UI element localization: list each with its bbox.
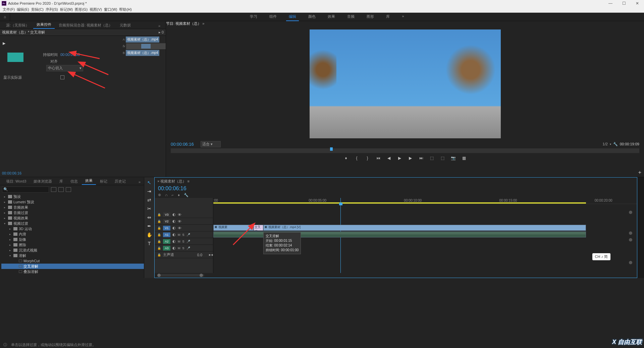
voice-icon[interactable]: 🎤 — [186, 240, 190, 243]
tab-library[interactable]: 库 — [56, 178, 66, 185]
slip-tool[interactable]: ⇔ — [147, 215, 151, 220]
home-button[interactable]: ⌂ — [0, 13, 10, 21]
linked-selection-icon[interactable]: ∩ — [165, 193, 168, 197]
maximize-button[interactable]: ☐ — [617, 1, 631, 6]
duration-value[interactable]: 00:00:01:00 — [60, 53, 80, 57]
disclosure-icon[interactable]: ▸ — [9, 233, 12, 236]
disclosure-icon[interactable]: ▾ — [4, 222, 7, 225]
menu-mark[interactable]: 标记(M) — [60, 7, 73, 12]
menu-graphics[interactable]: 图形(G) — [75, 7, 88, 12]
workspace-audio[interactable]: 音频 — [344, 13, 357, 21]
disclosure-icon[interactable]: ▸ — [4, 211, 7, 214]
folder-item[interactable]: ▸视频效果 — [1, 215, 144, 221]
effect-controls-timecode[interactable]: 00:00:06:16 — [0, 170, 166, 177]
menu-window[interactable]: 窗口(W) — [104, 7, 117, 12]
ime-badge[interactable]: CH ♪ 简 — [592, 253, 611, 260]
pen-tool[interactable]: ✒ — [147, 223, 151, 229]
tab-metadata[interactable]: 元数据 — [116, 22, 134, 29]
menu-edit[interactable]: 编辑(E) — [17, 7, 29, 12]
effect-item[interactable]: 叠加溶解 — [1, 269, 144, 274]
tab-project[interactable]: 项目: Word3 — [3, 178, 30, 185]
lock-icon[interactable]: 🔒 — [157, 253, 161, 257]
workspace-graphics[interactable]: 图形 — [364, 13, 377, 21]
timeline-zoom-slider[interactable] — [157, 274, 204, 277]
menu-view[interactable]: 视图(V) — [90, 7, 102, 12]
track-option-icon[interactable] — [629, 238, 632, 241]
play-triangle-icon[interactable]: ▶ — [3, 41, 5, 46]
program-scrubbar[interactable] — [171, 148, 639, 153]
program-timecode[interactable]: 00:00:06:16 — [171, 142, 194, 147]
folder-item[interactable]: ▾视频过渡 — [1, 221, 144, 226]
timeline-tab[interactable]: × 视频素材（总） ≡ — [157, 179, 190, 184]
wrench-icon[interactable]: 🔧 — [613, 142, 618, 146]
disclosure-icon[interactable]: ▸ — [9, 243, 12, 247]
align-dropdown[interactable]: 中心切入▾ — [46, 65, 83, 71]
mini-transition[interactable] — [126, 43, 166, 49]
fx-filter-32-icon[interactable] — [58, 187, 64, 192]
mute-button[interactable]: M — [178, 240, 180, 243]
snapshot-icon[interactable]: ❊ — [158, 193, 161, 197]
track-option-icon[interactable] — [629, 231, 632, 235]
goto-out-button[interactable]: ⏭ — [419, 156, 424, 160]
fx-filter-yuv-icon[interactable] — [66, 187, 71, 192]
track-select-tool[interactable]: ⇥ — [147, 189, 151, 194]
folder-item[interactable]: ▸Lumetri 预设 — [1, 199, 144, 205]
step-forward-button[interactable]: ▶ — [408, 156, 413, 160]
lock-icon[interactable]: 🔒 — [157, 226, 161, 230]
track-option-icon[interactable] — [629, 261, 632, 264]
workspace-color[interactable]: 颜色 — [306, 13, 318, 21]
disclosure-icon[interactable]: ▸ — [4, 206, 7, 209]
goto-in-button[interactable]: ⏮ — [376, 156, 381, 160]
timeline-track-area[interactable]: :0000:00:05:0000:00:10:0000:00:15:0000:0… — [213, 198, 637, 273]
mini-clip-a[interactable]: 视频素材（总）.mp4 — [126, 37, 159, 43]
disclosure-icon[interactable]: ▸ — [9, 227, 12, 230]
track-option-icon[interactable] — [629, 211, 632, 214]
menu-file[interactable]: 文件(F) — [3, 7, 15, 12]
track-label-a2[interactable]: A2 — [163, 239, 170, 244]
disclosure-icon[interactable]: ▸ — [4, 217, 7, 220]
program-fit-dropdown[interactable]: 适合 ▾ — [201, 141, 221, 147]
tab-effect-controls[interactable]: 效果控件 — [33, 21, 55, 29]
snap-icon[interactable]: ⌐ — [172, 193, 174, 197]
toggle-output-icon[interactable]: ◐ — [172, 239, 176, 243]
folder-item[interactable]: ▸内滑 — [1, 231, 144, 237]
tab-audio-clip-mixer[interactable]: 音频剪辑混合器: 视频素材（总） — [55, 22, 116, 29]
extract-button[interactable]: ⬚ — [440, 156, 445, 160]
folder-item[interactable]: ▸音频效果 — [1, 205, 144, 210]
menu-clip[interactable]: 剪辑(C) — [31, 7, 44, 12]
toggle-output-icon[interactable]: ◐ — [172, 219, 176, 223]
disclosure-icon[interactable]: ▸ — [4, 195, 7, 198]
hand-tool[interactable]: ✋ — [147, 232, 152, 237]
solo-button[interactable]: S — [182, 233, 184, 236]
mark-in-button[interactable]: { — [355, 156, 359, 160]
mute-button[interactable]: M — [178, 247, 180, 250]
folder-item[interactable]: ▸3D 运动 — [1, 226, 144, 231]
lock-icon[interactable]: 🔒 — [157, 220, 161, 223]
workspace-effects[interactable]: 效果 — [325, 13, 338, 21]
panel-menu-icon[interactable]: » — [155, 23, 164, 29]
mute-button[interactable]: M — [178, 233, 180, 236]
effects-tree[interactable]: ▸预设▸Lumetri 预设▸音频效果▸音频过渡▸视频效果▾视频过渡▸3D 运动… — [0, 194, 144, 278]
disclosure-icon[interactable]: ▸ — [4, 201, 7, 204]
track-label-v1[interactable]: V1 — [163, 226, 170, 230]
master-track-label[interactable]: 主声道 — [163, 252, 174, 257]
mini-clip-b[interactable]: 视频素材（总）.mp4 — [126, 50, 159, 56]
minimize-button[interactable]: — — [604, 1, 617, 6]
expand-icon[interactable]: ▸◂ — [209, 253, 213, 257]
folder-item[interactable]: ▸划像 — [1, 237, 144, 242]
step-back-button[interactable]: ◀ — [387, 156, 391, 160]
mark-out-button[interactable]: } — [365, 156, 370, 160]
playhead-handle[interactable] — [339, 203, 342, 205]
toggle-output-icon[interactable]: ◐ — [172, 232, 176, 237]
panel-menu-icon[interactable]: » — [135, 179, 144, 185]
type-tool[interactable]: T — [148, 241, 151, 246]
toggle-output-icon[interactable]: ◐ — [172, 212, 176, 217]
master-track-value[interactable]: 0.0 — [197, 253, 202, 257]
fx-filter-icon[interactable] — [51, 187, 56, 192]
timeline-timecode[interactable]: 00:00:06:16 — [155, 185, 637, 192]
workspace-edit[interactable]: 编辑 — [286, 13, 299, 21]
timeline-transition[interactable]: 交叉溶 — [254, 225, 263, 231]
tab-source-none[interactable]: 源:（无剪辑） — [3, 22, 33, 29]
workspace-learning[interactable]: 学习 — [247, 13, 260, 21]
show-actual-source-checkbox[interactable] — [60, 75, 64, 79]
